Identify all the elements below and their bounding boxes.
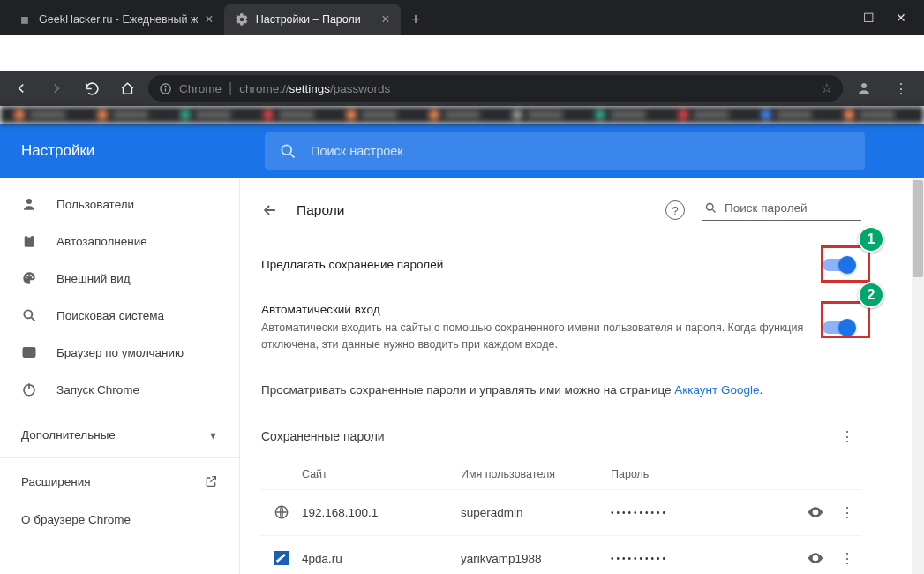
- chevron-down-icon: ▼: [208, 430, 218, 441]
- scrollbar-thumb[interactable]: [913, 180, 923, 277]
- url-scheme: Chrome: [179, 82, 222, 95]
- auto-signin-row: Автоматический вход Автоматически входит…: [261, 287, 861, 369]
- svg-point-4: [26, 199, 32, 204]
- panel-title: Пароли: [297, 202, 344, 218]
- svg-point-1: [165, 86, 166, 87]
- settings-search-input[interactable]: [311, 144, 851, 158]
- row-more-button[interactable]: ⋮: [833, 547, 861, 570]
- password-row[interactable]: 4pda.ru yarikvamp1988 •••••••••• ⋮: [261, 535, 861, 575]
- sidebar-item-appearance[interactable]: Внешний вид: [0, 260, 239, 297]
- manage-passwords-info: Просматривать сохраненные пароли и управ…: [261, 369, 861, 411]
- row-label: Предлагать сохранение паролей: [261, 258, 808, 271]
- search-icon: [279, 142, 297, 160]
- tab-title: GeekHacker.ru - Ежедневный ж: [39, 13, 198, 26]
- settings-sidebar: Пользователи Автозаполнение Внешний вид …: [0, 178, 240, 574]
- browser-icon: [21, 344, 39, 360]
- bookmarks-bar[interactable]: [0, 106, 924, 124]
- svg-point-17: [814, 510, 816, 513]
- settings-header: Настройки: [0, 124, 924, 178]
- globe-icon: [261, 504, 302, 520]
- sidebar-item-label: Внешний вид: [56, 272, 131, 285]
- sidebar-extensions[interactable]: Расширения: [0, 462, 239, 501]
- svg-rect-5: [25, 236, 34, 247]
- sidebar-about[interactable]: О браузере Chrome: [0, 501, 239, 539]
- power-icon: [21, 381, 39, 397]
- close-icon[interactable]: ×: [205, 11, 213, 27]
- svg-rect-6: [27, 235, 32, 238]
- settings-search[interactable]: [265, 132, 865, 170]
- browser-menu-button[interactable]: ⋮: [885, 80, 917, 97]
- col-user: Имя пользователя: [461, 468, 611, 480]
- back-button[interactable]: [7, 74, 35, 102]
- close-icon[interactable]: ×: [381, 11, 389, 27]
- site-name: 4pda.ru: [302, 552, 461, 565]
- person-icon: [21, 196, 39, 212]
- profile-button[interactable]: [850, 74, 878, 102]
- url-input[interactable]: Chrome | chrome://settings/passwords ☆: [148, 75, 843, 102]
- search-icon: [704, 201, 717, 215]
- minimize-button[interactable]: ―: [830, 11, 842, 25]
- sidebar-item-label: Поисковая система: [56, 309, 164, 322]
- search-icon: [21, 307, 39, 323]
- sidebar-item-label: О браузере Chrome: [21, 513, 131, 526]
- svg-point-9: [30, 275, 32, 276]
- svg-point-7: [26, 276, 27, 278]
- settings-title: Настройки: [0, 142, 265, 160]
- svg-point-3: [282, 145, 291, 155]
- row-label: Автоматический вход: [261, 303, 808, 316]
- url-path: chrome://settings/passwords: [239, 80, 390, 96]
- svg-point-10: [32, 276, 34, 278]
- col-site: Сайт: [302, 468, 461, 480]
- svg-point-11: [24, 310, 32, 318]
- sidebar-item-label: Пользователи: [56, 198, 134, 211]
- sidebar-item-label: Дополнительные: [21, 428, 116, 442]
- username: superadmin: [461, 506, 611, 519]
- saved-passwords-header: Сохраненные пароли ⋮: [261, 411, 861, 456]
- password-row[interactable]: 192.168.100.1 superadmin •••••••••• ⋮: [261, 489, 861, 535]
- annotation-box-1: [821, 245, 870, 283]
- svg-point-15: [707, 204, 714, 211]
- settings-main: Пароли ? Предлагать сохранение паролей 1: [240, 178, 924, 574]
- maximize-button[interactable]: ☐: [863, 11, 875, 25]
- offer-save-passwords-row: Предлагать сохранение паролей 1: [261, 242, 861, 287]
- sidebar-item-startup[interactable]: Запуск Chrome: [0, 371, 239, 408]
- panel-header: Пароли ?: [261, 196, 861, 224]
- tab-settings[interactable]: Настройки – Пароли ×: [224, 4, 401, 35]
- sidebar-item-label: Расширения: [21, 475, 91, 488]
- forward-button[interactable]: [42, 74, 71, 102]
- sidebar-item-users[interactable]: Пользователи: [0, 185, 239, 223]
- saved-passwords-title: Сохраненные пароли: [261, 429, 385, 443]
- svg-point-8: [27, 275, 29, 276]
- svg-point-19: [814, 556, 816, 559]
- password-table-header: Сайт Имя пользователя Пароль: [261, 456, 861, 489]
- bookmark-star-icon[interactable]: ☆: [821, 80, 832, 96]
- annotation-badge-1: 1: [858, 226, 884, 253]
- show-password-button[interactable]: [798, 503, 833, 521]
- site-name: 192.168.100.1: [302, 506, 461, 519]
- back-arrow-button[interactable]: [261, 201, 279, 219]
- tab-geekhacker[interactable]: ◼ GeekHacker.ru - Ежедневный ж ×: [7, 4, 224, 35]
- home-button[interactable]: [113, 74, 141, 102]
- row-more-button[interactable]: ⋮: [833, 501, 861, 525]
- clipboard-icon: [21, 233, 39, 249]
- sidebar-item-default-browser[interactable]: Браузер по умолчанию: [0, 334, 239, 371]
- reload-button[interactable]: [78, 74, 106, 102]
- saved-passwords-more-button[interactable]: ⋮: [833, 425, 861, 449]
- sidebar-item-search[interactable]: Поисковая система: [0, 297, 239, 334]
- password-search[interactable]: [702, 200, 861, 221]
- browser-tabs: ◼ GeekHacker.ru - Ежедневный ж × Настрой…: [0, 0, 800, 35]
- sidebar-advanced[interactable]: Дополнительные ▼: [0, 416, 239, 454]
- scrollbar[interactable]: [912, 178, 924, 574]
- col-password: Пароль: [611, 468, 861, 480]
- annotation-badge-2: 2: [858, 282, 884, 308]
- password-masked: ••••••••••: [611, 508, 798, 517]
- close-window-button[interactable]: ✕: [896, 11, 906, 25]
- google-account-link[interactable]: Аккаунт Google: [674, 383, 759, 397]
- password-search-input[interactable]: [725, 201, 874, 215]
- sidebar-item-autofill[interactable]: Автозаполнение: [0, 223, 239, 260]
- new-tab-button[interactable]: +: [401, 4, 432, 35]
- help-button[interactable]: ?: [665, 200, 685, 220]
- show-password-button[interactable]: [798, 549, 833, 567]
- tab-title: Настройки – Пароли: [256, 13, 375, 26]
- site-favicon: [261, 551, 302, 565]
